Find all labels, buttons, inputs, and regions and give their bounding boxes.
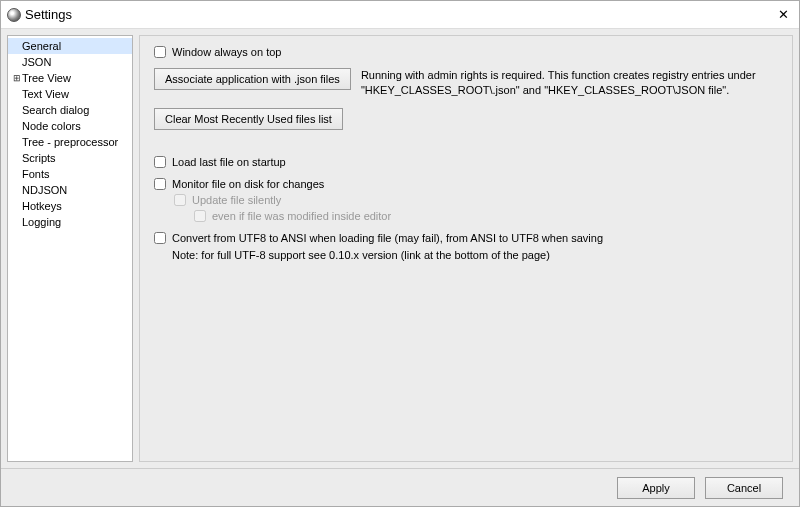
sidebar-item-json[interactable]: JSON — [8, 54, 132, 70]
sidebar-item-hotkeys[interactable]: Hotkeys — [8, 198, 132, 214]
dialog-body: General JSON ⊞Tree View Text View Search… — [1, 29, 799, 468]
utf-note: Note: for full UTF-8 support see 0.10.x … — [172, 248, 778, 263]
sidebar-item-label: Node colors — [22, 120, 81, 132]
monitor-file-checkbox[interactable]: Monitor file on disk for changes — [154, 178, 778, 190]
sidebar-item-tree-view[interactable]: ⊞Tree View — [8, 70, 132, 86]
sidebar-item-label: General — [22, 40, 61, 52]
always-on-top-checkbox[interactable]: Window always on top — [154, 46, 778, 58]
load-last-file-checkbox[interactable]: Load last file on startup — [154, 156, 778, 168]
checkbox-label: even if file was modified inside editor — [212, 210, 391, 222]
sidebar-item-general[interactable]: General — [8, 38, 132, 54]
sidebar-item-text-view[interactable]: Text View — [8, 86, 132, 102]
close-icon[interactable]: ✕ — [773, 7, 793, 22]
sidebar-item-tree-preprocessor[interactable]: Tree - preprocessor — [8, 134, 132, 150]
update-silently-input — [174, 194, 186, 206]
sidebar-item-search-dialog[interactable]: Search dialog — [8, 102, 132, 118]
load-last-file-input[interactable] — [154, 156, 166, 168]
update-silently-checkbox: Update file silently — [174, 194, 778, 206]
convert-utf-input[interactable] — [154, 232, 166, 244]
sidebar-item-label: NDJSON — [22, 184, 67, 196]
settings-panel-general: Window always on top Associate applicati… — [139, 35, 793, 462]
associate-row: Associate application with .json files R… — [154, 68, 778, 98]
settings-window: Settings ✕ General JSON ⊞Tree View Text … — [0, 0, 800, 507]
sidebar-item-ndjson[interactable]: NDJSON — [8, 182, 132, 198]
cancel-button[interactable]: Cancel — [705, 477, 783, 499]
window-title: Settings — [25, 7, 72, 22]
expand-icon[interactable]: ⊞ — [12, 73, 22, 83]
app-icon — [7, 8, 21, 22]
associate-note: Running with admin rights is required. T… — [361, 68, 778, 98]
even-if-modified-input — [194, 210, 206, 222]
even-if-modified-checkbox: even if file was modified inside editor — [194, 210, 778, 222]
dialog-footer: Apply Cancel — [1, 468, 799, 506]
always-on-top-input[interactable] — [154, 46, 166, 58]
sidebar-item-label: Hotkeys — [22, 200, 62, 212]
convert-utf-checkbox[interactable]: Convert from UTF8 to ANSI when loading f… — [154, 232, 778, 244]
checkbox-label: Convert from UTF8 to ANSI when loading f… — [172, 232, 603, 244]
checkbox-label: Monitor file on disk for changes — [172, 178, 324, 190]
sidebar-item-fonts[interactable]: Fonts — [8, 166, 132, 182]
sidebar-item-label: Logging — [22, 216, 61, 228]
clear-mru-button[interactable]: Clear Most Recently Used files list — [154, 108, 343, 130]
associate-json-button[interactable]: Associate application with .json files — [154, 68, 351, 90]
checkbox-label: Window always on top — [172, 46, 281, 58]
apply-button[interactable]: Apply — [617, 477, 695, 499]
sidebar-item-label: Search dialog — [22, 104, 89, 116]
category-tree: General JSON ⊞Tree View Text View Search… — [7, 35, 133, 462]
sidebar-item-scripts[interactable]: Scripts — [8, 150, 132, 166]
monitor-file-input[interactable] — [154, 178, 166, 190]
sidebar-item-label: Scripts — [22, 152, 56, 164]
checkbox-label: Load last file on startup — [172, 156, 286, 168]
titlebar: Settings ✕ — [1, 1, 799, 29]
sidebar-item-label: Text View — [22, 88, 69, 100]
sidebar-item-label: Tree View — [22, 72, 71, 84]
sidebar-item-logging[interactable]: Logging — [8, 214, 132, 230]
sidebar-item-node-colors[interactable]: Node colors — [8, 118, 132, 134]
sidebar-item-label: Fonts — [22, 168, 50, 180]
sidebar-item-label: JSON — [22, 56, 51, 68]
sidebar-item-label: Tree - preprocessor — [22, 136, 118, 148]
checkbox-label: Update file silently — [192, 194, 281, 206]
